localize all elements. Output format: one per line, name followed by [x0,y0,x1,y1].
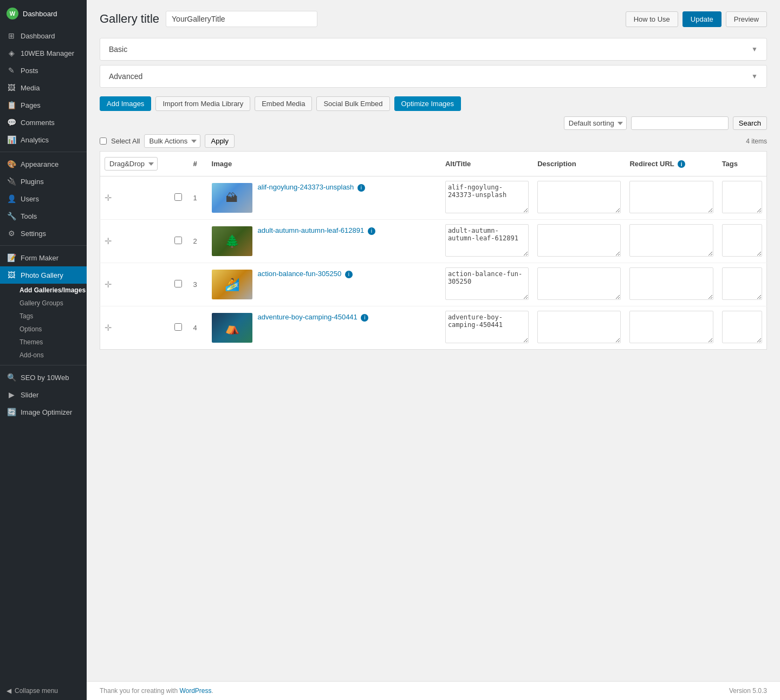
redirect-cell-2 [625,263,717,306]
apply-button[interactable]: Apply [205,134,235,148]
sidebar-item-form-maker[interactable]: 📝 Form Maker [0,249,87,266]
slider-icon: ▶ [6,390,16,399]
image-link-2[interactable]: action-balance-fun-305250 [258,270,342,278]
sidebar-item-photo-gallery[interactable]: 🖼 Photo Gallery [0,266,87,284]
settings-icon: ⚙ [6,229,16,238]
sidebar-form-maker-text: Form Maker [21,254,58,262]
search-input[interactable] [631,116,729,130]
sidebar-item-seo[interactable]: 🔍 SEO by 10Web [0,369,87,386]
sort-select[interactable]: Default sorting Date added Title [564,116,627,130]
sidebar-item-users[interactable]: 👤 Users [0,190,87,207]
sidebar-item-plugins[interactable]: 🔌 Plugins [0,173,87,190]
row-number-2: 3 [189,263,207,306]
desc-textarea-1[interactable] [537,224,621,257]
drag-handle-2[interactable]: ✛ [105,280,112,289]
tags-cell-2 [718,263,767,306]
drag-drop-select[interactable]: Drag&Drop [105,157,158,171]
main-content: Gallery title How to Use Update Preview … [87,0,780,700]
redirect-textarea-1[interactable] [629,224,713,257]
sidebar-item-pages[interactable]: 📋 Pages [0,96,87,114]
sidebar-slider-text: Slider [21,391,38,399]
sidebar-sub-tags[interactable]: Tags [13,310,87,323]
row-checkbox-3[interactable] [174,323,182,331]
seo-icon: 🔍 [6,373,16,382]
sidebar-item-appearance[interactable]: 🎨 Appearance [0,155,87,173]
alt-textarea-0[interactable]: alif-ngoylung-243373-unsplash [445,181,529,213]
image-info-icon-1[interactable]: i [368,227,375,235]
tags-textarea-3[interactable] [722,311,762,343]
drag-handle-1[interactable]: ✛ [105,237,112,246]
tools-icon: 🔧 [6,212,16,220]
redirect-info-icon[interactable]: i [678,160,685,168]
redirect-textarea-2[interactable] [629,267,713,300]
sidebar-item-settings[interactable]: ⚙ Settings [0,225,87,242]
sidebar-sub-addons[interactable]: Add-ons [13,349,87,362]
preview-button[interactable]: Preview [726,11,767,27]
sidebar-image-optimizer-text: Image Optimizer [21,408,72,416]
sidebar-item-10web[interactable]: ◈ 10WEB Manager [0,44,87,62]
sidebar-item-analytics[interactable]: 📊 Analytics [0,131,87,148]
images-toolbar: Add Images Import from Media Library Emb… [100,96,767,111]
update-button[interactable]: Update [682,11,722,27]
optimize-images-button[interactable]: Optimize Images [394,96,461,111]
tags-textarea-2[interactable] [722,267,762,300]
alt-textarea-2[interactable]: action-balance-fun-305250 [445,267,529,300]
redirect-textarea-0[interactable] [629,181,713,213]
sidebar-dashboard[interactable]: W Dashboard [0,0,87,27]
wordpress-link[interactable]: WordPress [179,687,211,695]
desc-cell-0 [533,176,625,220]
row-number-1: 2 [189,220,207,263]
select-all-checkbox[interactable] [100,138,107,145]
row-checkbox-2[interactable] [174,280,182,287]
row-checkbox-1[interactable] [174,237,182,244]
sidebar-item-comments[interactable]: 💬 Comments [0,114,87,131]
sidebar-sub-gallery-groups[interactable]: Gallery Groups [13,297,87,310]
desc-textarea-2[interactable] [537,267,621,300]
add-images-button[interactable]: Add Images [100,96,151,111]
image-info-icon-0[interactable]: i [358,184,365,192]
bulk-actions-select[interactable]: Bulk Actions [144,134,200,148]
image-cell-3: ⛺ adventure-boy-camping-450441 i [207,306,441,350]
sidebar-item-dashboard[interactable]: ⊞ Dashboard [0,27,87,44]
how-to-use-button[interactable]: How to Use [626,11,678,27]
collapse-menu-button[interactable]: ◀ Collapse menu [0,682,87,700]
sidebar-item-media[interactable]: 🖼 Media [0,79,87,96]
tags-textarea-0[interactable] [722,181,762,213]
basic-accordion-header[interactable]: Basic ▼ [100,38,766,60]
gallery-title-label: Gallery title [100,12,159,26]
search-button[interactable]: Search [733,116,767,130]
import-media-button[interactable]: Import from Media Library [155,96,250,111]
alt-textarea-1[interactable]: adult-autumn-autumn-leaf-612891 [445,224,529,257]
image-link-0[interactable]: alif-ngoylung-243373-unsplash [258,183,354,191]
desc-textarea-3[interactable] [537,311,621,343]
tags-textarea-1[interactable] [722,224,762,257]
drag-handle-3[interactable]: ✛ [105,323,112,332]
sidebar-item-posts[interactable]: ✎ Posts [0,62,87,79]
sidebar-sub-add-galleries[interactable]: Add Galleries/Images [13,284,87,297]
drag-handle-0[interactable]: ✛ [105,193,112,202]
sidebar-item-slider[interactable]: ▶ Slider [0,386,87,403]
embed-media-button[interactable]: Embed Media [255,96,312,111]
sidebar-sub-options[interactable]: Options [13,323,87,336]
alt-textarea-3[interactable]: adventure-boy-camping-450441 [445,311,529,343]
row-checkbox-0[interactable] [174,193,182,201]
sidebar-sub-themes[interactable]: Themes [13,336,87,349]
footer-spacer [100,350,767,377]
tags-cell-0 [718,176,767,220]
image-link-1[interactable]: adult-autumn-autumn-leaf-612891 [258,226,365,234]
gallery-title-input[interactable] [166,11,317,27]
image-info-icon-2[interactable]: i [345,271,353,278]
sidebar-item-tools[interactable]: 🔧 Tools [0,207,87,225]
desc-cell-1 [533,220,625,263]
image-link-3[interactable]: adventure-boy-camping-450441 [258,313,358,321]
sidebar-dashboard-text: Dashboard [21,32,55,40]
footer-version: Version 5.0.3 [729,687,767,695]
sidebar-media-text: Media [21,84,40,92]
check-cell-1 [170,220,188,263]
sidebar-item-image-optimizer[interactable]: 🔄 Image Optimizer [0,403,87,421]
advanced-accordion-header[interactable]: Advanced ▼ [100,66,766,87]
desc-textarea-0[interactable] [537,181,621,213]
social-bulk-button[interactable]: Social Bulk Embed [316,96,389,111]
redirect-textarea-3[interactable] [629,311,713,343]
image-info-icon-3[interactable]: i [361,314,368,322]
